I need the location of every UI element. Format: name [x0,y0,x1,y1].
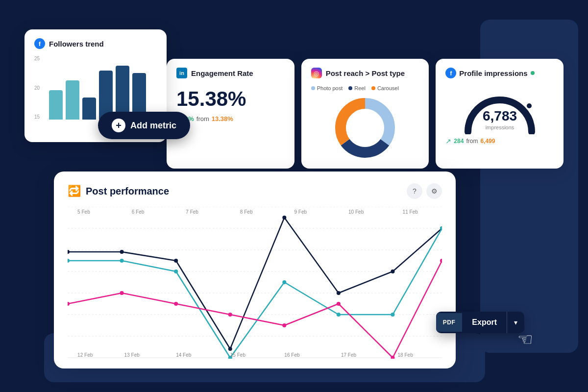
svg-point-28 [68,250,70,254]
donut-chart [333,96,397,160]
help-button[interactable]: ? [407,183,422,199]
impressions-fb-icon: f [445,68,456,78]
svg-text:15 Feb: 15 Feb [230,352,246,358]
bar-1 [49,90,63,120]
export-label: Export [462,312,507,333]
y-axis-labels: 25 20 15 [34,56,40,120]
svg-text:10 Feb: 10 Feb [348,209,364,215]
svg-text:6,783: 6,783 [483,108,517,123]
impressions-arrow: ↗ [445,137,451,145]
photo-dot [311,86,315,90]
performance-title-row: 🔁 Post performance [68,185,169,197]
legend-reel: Reel [348,85,366,91]
impressions-title: Profile impressions [459,69,527,77]
impressions-change: ↗ 284 from 6,499 [445,137,554,145]
instagram-icon: ◎ [311,68,322,78]
svg-text:6 Feb: 6 Feb [132,209,145,215]
export-pdf-label: PDF [436,313,463,332]
donut-chart-wrapper [311,96,419,160]
linkedin-icon: in [176,68,187,78]
performance-header: 🔁 Post performance ? ⚙ [68,183,442,199]
legend-photo-label: Photo post [317,85,343,91]
donut-hole [346,109,384,147]
post-reach-title: Post reach > Post type [326,69,405,77]
svg-point-37 [120,259,124,263]
svg-point-45 [120,291,124,295]
engagement-title: Engagement Rate [191,69,253,77]
cursor-hand-icon: ☞ [517,329,533,350]
svg-point-49 [337,302,341,306]
followers-card-header: f Followers trend [34,38,157,49]
engagement-from-value: 13.38% [212,115,233,122]
engagement-from-label: from [196,115,209,122]
engagement-card: in Engagement Rate 15.38% ↗ 2% from 13.3… [167,59,294,169]
bar-3 [82,98,96,120]
svg-point-34 [391,270,394,273]
impressions-header: f Profile impressions [445,68,554,78]
add-metric-label: Add metric [130,121,176,131]
y-label-20: 20 [34,85,40,91]
gauge-wrapper: 6,783 impressions [445,85,554,134]
svg-text:5 Feb: 5 Feb [77,209,90,215]
svg-point-44 [68,302,70,306]
facebook-icon: f [34,38,45,49]
svg-text:8 Feb: 8 Feb [240,209,253,215]
settings-button[interactable]: ⚙ [426,183,442,199]
post-reach-card: ◎ Post reach > Post type Photo post Reel… [301,59,429,169]
post-performance-card: 🔁 Post performance ? ⚙ 5 Feb [54,172,456,368]
svg-text:7 Feb: 7 Feb [186,209,198,215]
svg-point-32 [282,216,286,220]
legend-reel-label: Reel [354,85,366,91]
performance-chart-area: 5 Feb 6 Feb 7 Feb 8 Feb 9 Feb 10 Feb 11 … [68,207,442,359]
export-button-wrap[interactable]: PDF Export ▾ [436,312,524,333]
svg-text:18 Feb: 18 Feb [398,352,414,358]
svg-point-40 [282,280,286,284]
impressions-from-label: from [466,138,478,145]
y-label-25: 25 [34,56,40,61]
bar-2 [66,80,79,120]
post-reach-legend: Photo post Reel Carousel [311,85,419,91]
impressions-live-dot [531,71,535,75]
engagement-change: ↗ 2% from 13.38% [176,115,285,122]
metrics-row: in Engagement Rate 15.38% ↗ 2% from 13.3… [167,59,564,169]
svg-point-51 [440,259,442,263]
carousel-dot [371,86,375,90]
legend-carousel-label: Carousel [377,85,399,91]
svg-point-36 [68,259,70,263]
legend-photo: Photo post [311,85,343,91]
svg-text:impressions: impressions [485,124,514,130]
svg-point-38 [174,270,178,273]
svg-point-31 [228,347,232,351]
svg-text:16 Feb: 16 Feb [284,352,300,358]
followers-card-title: Followers trend [49,40,104,48]
svg-point-46 [174,302,178,306]
followers-bar-chart: 25 20 15 [34,56,157,120]
engagement-header: in Engagement Rate [176,68,285,78]
reel-dot [348,86,352,90]
impressions-card: f Profile impressions 6,783 impressions [436,59,564,169]
svg-point-47 [228,313,232,317]
plus-circle-icon: + [112,119,125,132]
engagement-value: 15.38% [176,87,285,111]
svg-point-41 [337,313,341,317]
svg-point-33 [337,291,341,295]
svg-text:14 Feb: 14 Feb [176,352,192,358]
impressions-from-value: 6,499 [480,138,495,145]
y-label-15: 15 [34,114,40,120]
add-metric-button[interactable]: + Add metric [98,112,190,139]
performance-chart-svg: 5 Feb 6 Feb 7 Feb 8 Feb 9 Feb 10 Feb 11 … [68,207,442,359]
svg-text:13 Feb: 13 Feb [124,352,140,358]
gauge-chart: 6,783 impressions [461,85,539,134]
svg-point-42 [391,313,394,317]
gauge-needle-dot [527,103,532,108]
svg-text:9 Feb: 9 Feb [294,209,307,215]
legend-carousel: Carousel [371,85,399,91]
svg-text:17 Feb: 17 Feb [341,352,357,358]
svg-point-29 [120,250,124,254]
svg-point-30 [174,259,178,263]
svg-text:12 Feb: 12 Feb [77,352,93,358]
performance-icon: 🔁 [68,185,81,197]
performance-title: Post performance [86,186,169,197]
performance-actions: ? ⚙ [407,183,442,199]
svg-text:11 Feb: 11 Feb [403,209,418,215]
